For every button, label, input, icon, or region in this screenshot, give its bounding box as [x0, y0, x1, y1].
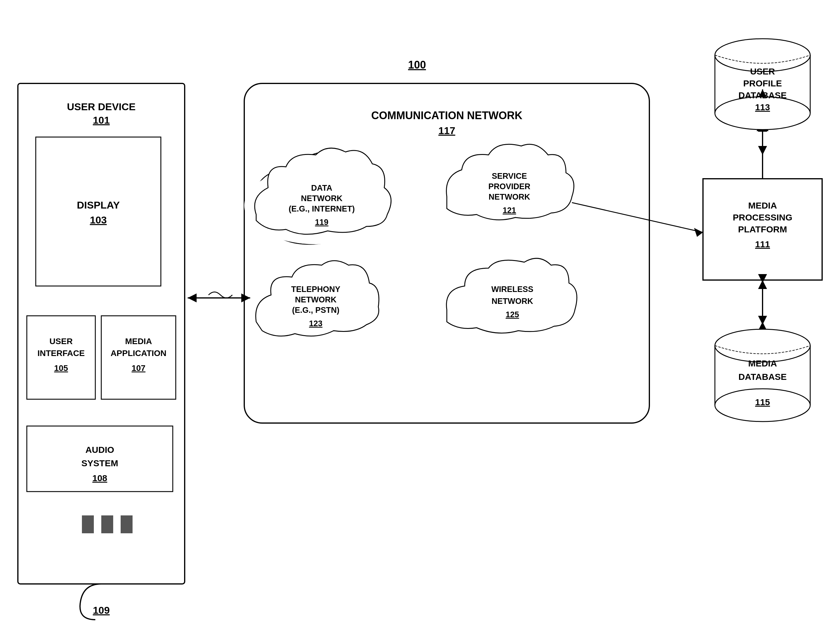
svg-rect-19	[101, 516, 113, 533]
svg-marker-77	[758, 280, 767, 289]
svg-line-49	[572, 202, 703, 232]
svg-point-82	[715, 389, 810, 422]
svg-text:SYSTEM: SYSTEM	[81, 458, 118, 468]
svg-point-68	[715, 97, 810, 130]
svg-text:MEDIA: MEDIA	[748, 358, 777, 368]
svg-text:WIRELESS: WIRELESS	[491, 285, 533, 294]
svg-text:100: 100	[408, 59, 426, 71]
svg-text:123: 123	[309, 319, 322, 328]
svg-text:119: 119	[315, 218, 328, 227]
svg-text:NETWORK: NETWORK	[295, 295, 336, 304]
svg-text:NETWORK: NETWORK	[491, 297, 533, 306]
svg-text:DATABASE: DATABASE	[739, 90, 787, 100]
svg-point-28	[256, 179, 375, 238]
svg-text:MEDIA: MEDIA	[125, 337, 152, 346]
svg-text:111: 111	[755, 239, 770, 249]
svg-text:USER DEVICE: USER DEVICE	[67, 101, 136, 112]
svg-text:APPLICATION: APPLICATION	[111, 349, 166, 358]
svg-rect-10	[101, 316, 176, 399]
svg-marker-64	[758, 146, 767, 155]
svg-marker-63	[758, 110, 767, 119]
svg-text:DATA: DATA	[311, 183, 332, 193]
svg-text:PROVIDER: PROVIDER	[488, 182, 530, 191]
svg-rect-6	[27, 316, 95, 399]
svg-text:(E.G., INTERNET): (E.G., INTERNET)	[289, 204, 355, 213]
svg-text:109: 109	[93, 604, 110, 616]
svg-rect-18	[82, 516, 94, 533]
svg-text:(E.G., PSTN): (E.G., PSTN)	[292, 306, 339, 315]
svg-text:105: 105	[54, 364, 68, 373]
svg-point-31	[331, 177, 384, 222]
svg-text:PROFILE: PROFILE	[743, 78, 782, 88]
diagram: USER DEVICE 101 DISPLAY 103 USER INTERFA…	[0, 0, 840, 631]
svg-rect-3	[36, 137, 161, 286]
svg-rect-20	[121, 516, 133, 533]
svg-text:TELEPHONY: TELEPHONY	[291, 285, 340, 294]
svg-marker-57	[756, 119, 769, 131]
svg-rect-0	[18, 84, 185, 584]
svg-rect-25	[244, 84, 649, 423]
svg-text:101: 101	[93, 114, 110, 126]
svg-overlay: USER DEVICE 101 DISPLAY 103 USER INTERFA…	[0, 0, 840, 631]
svg-text:USER: USER	[49, 337, 73, 346]
svg-text:103: 103	[90, 214, 107, 226]
svg-text:108: 108	[92, 473, 107, 483]
svg-point-30	[292, 152, 363, 206]
svg-marker-23	[188, 293, 197, 302]
svg-text:115: 115	[755, 397, 770, 407]
svg-text:113: 113	[755, 102, 770, 112]
svg-text:PLATFORM: PLATFORM	[738, 225, 787, 234]
svg-marker-50	[694, 228, 703, 237]
svg-point-65	[715, 39, 810, 71]
svg-text:125: 125	[505, 310, 519, 319]
svg-text:DISPLAY: DISPLAY	[77, 199, 120, 210]
svg-marker-24	[241, 293, 250, 302]
svg-text:117: 117	[439, 125, 455, 136]
svg-text:NETWORK: NETWORK	[301, 194, 343, 203]
svg-text:121: 121	[502, 206, 516, 215]
svg-marker-75	[758, 322, 767, 331]
svg-text:PROCESSING: PROCESSING	[733, 212, 792, 222]
svg-text:MEDIA: MEDIA	[748, 201, 777, 210]
svg-text:INTERFACE: INTERFACE	[38, 349, 85, 358]
svg-rect-14	[27, 426, 173, 492]
svg-point-32	[271, 209, 349, 244]
svg-text:NETWORK: NETWORK	[488, 193, 530, 201]
svg-marker-74	[758, 274, 767, 283]
svg-marker-59	[756, 89, 769, 101]
svg-text:107: 107	[132, 364, 146, 373]
svg-text:SERVICE: SERVICE	[492, 172, 527, 180]
svg-point-79	[715, 329, 810, 362]
svg-text:AUDIO: AUDIO	[85, 445, 114, 455]
svg-text:COMMUNICATION NETWORK: COMMUNICATION NETWORK	[371, 109, 522, 122]
svg-text:DATABASE: DATABASE	[739, 372, 787, 382]
svg-marker-78	[758, 316, 767, 325]
svg-point-33	[244, 167, 387, 244]
svg-rect-51	[703, 179, 822, 280]
svg-text:USER: USER	[750, 66, 775, 76]
svg-point-29	[256, 170, 316, 217]
